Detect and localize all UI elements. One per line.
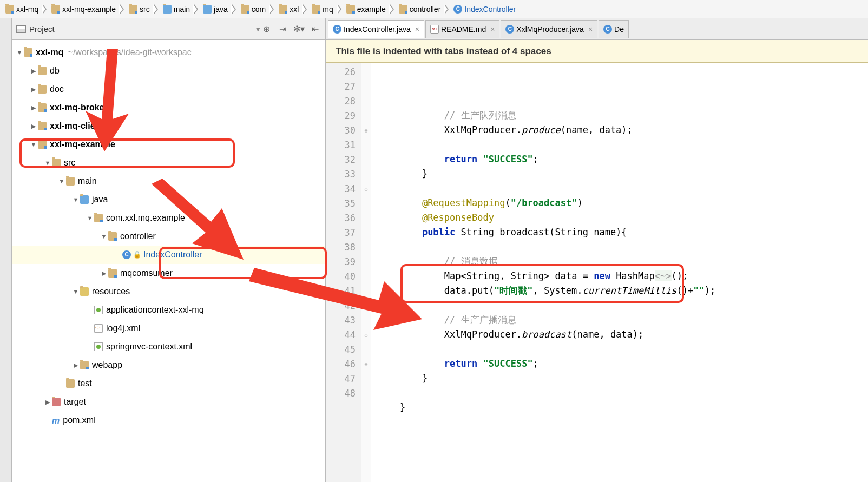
code-line[interactable]: @RequestMapping("/broadcast") — [378, 196, 868, 210]
line-number[interactable]: 38 — [326, 240, 361, 255]
chevron-right-icon[interactable] — [29, 104, 38, 111]
code-line[interactable]: data.put("时间戳", System.currentTimeMillis… — [378, 283, 868, 298]
chevron-down-icon[interactable] — [43, 160, 52, 166]
locate-icon[interactable]: ⊕ — [260, 23, 272, 35]
editor-tab[interactable]: CXxlMqProducer.java× — [501, 20, 597, 38]
tool-window-gutter[interactable] — [0, 18, 12, 482]
tree-row[interactable]: xxl-mq~/workspaces/idea-git-workspac — [12, 43, 325, 62]
chevron-down-icon[interactable] — [15, 49, 24, 56]
fold-marker[interactable] — [361, 226, 371, 240]
chevron-down-icon[interactable] — [71, 288, 80, 295]
line-number[interactable]: 30 — [326, 123, 361, 138]
tree-row[interactable]: doc — [12, 80, 325, 98]
editor-tab[interactable]: CIndexController.java× — [328, 20, 424, 38]
breadcrumb-item[interactable]: controller — [396, 5, 444, 14]
line-number[interactable]: 47 — [326, 372, 361, 386]
chevron-right-icon[interactable] — [29, 86, 38, 93]
code-line[interactable]: XxlMqProducer.broadcast(name, data); — [378, 327, 868, 342]
code-line[interactable]: } — [378, 400, 868, 415]
code-line[interactable]: public String broadcast(String name){ — [378, 225, 868, 240]
code-line[interactable]: // 生产广播消息 — [378, 313, 868, 327]
fold-gutter[interactable]: ⊖⊖⊖⊖ — [361, 63, 371, 482]
code-line[interactable] — [378, 415, 868, 430]
line-number[interactable]: 26 — [326, 65, 361, 80]
breadcrumb-bar[interactable]: xxl-mqxxl-mq-examplesrcmainjavacomxxlmqe… — [0, 0, 868, 18]
chevron-right-icon[interactable] — [43, 399, 52, 406]
fold-marker[interactable] — [361, 240, 371, 255]
code-editor[interactable]: 2627282930313233343536373839404142434445… — [326, 63, 868, 482]
tree-row[interactable]: log4j.xml — [12, 319, 325, 338]
chevron-down-icon[interactable] — [29, 141, 38, 148]
line-number[interactable]: 43 — [326, 313, 361, 328]
fold-marker[interactable] — [361, 138, 371, 153]
hide-icon[interactable]: ⇤ — [309, 23, 321, 35]
chevron-down-icon[interactable] — [57, 178, 66, 184]
fold-marker[interactable] — [361, 109, 371, 123]
line-number[interactable]: 40 — [326, 269, 361, 284]
code-line[interactable]: @ResponseBody — [378, 210, 868, 225]
chevron-down-icon[interactable] — [86, 215, 94, 221]
tree-row[interactable]: target — [12, 393, 325, 411]
code-line[interactable]: Map<String, String> data = new HashMap<~… — [378, 269, 868, 283]
tree-row[interactable]: src — [12, 154, 325, 172]
fold-marker[interactable] — [361, 284, 371, 299]
fold-marker[interactable] — [361, 80, 371, 94]
fold-marker[interactable] — [361, 211, 371, 226]
tree-row[interactable]: C🔓IndexController — [12, 246, 325, 264]
fold-marker[interactable]: ⊖ — [361, 328, 371, 342]
fold-marker[interactable]: ⊖ — [361, 123, 371, 138]
fold-marker[interactable] — [361, 167, 371, 182]
line-number[interactable]: 28 — [326, 94, 361, 109]
dropdown-arrow-icon[interactable]: ▾ — [256, 24, 260, 34]
fold-marker[interactable] — [361, 372, 371, 386]
fold-marker[interactable] — [361, 196, 371, 211]
gear-icon[interactable]: ✻▾ — [293, 23, 305, 35]
editor-tab[interactable]: CDe — [599, 20, 629, 38]
line-number[interactable]: 29 — [326, 109, 361, 123]
tree-row[interactable]: webapp — [12, 356, 325, 374]
tree-row[interactable]: xxl-mq-broker — [12, 98, 325, 117]
fold-marker[interactable] — [361, 299, 371, 313]
code-line[interactable] — [378, 342, 868, 356]
line-number[interactable]: 37 — [326, 226, 361, 240]
code-line[interactable]: return "SUCCESS"; — [378, 152, 868, 167]
breadcrumb-item[interactable]: com — [238, 5, 269, 14]
fold-marker[interactable] — [361, 65, 371, 80]
tree-row[interactable]: xxl-mq-client — [12, 117, 325, 135]
line-number[interactable]: 44 — [326, 328, 361, 342]
fold-marker[interactable] — [361, 94, 371, 109]
chevron-down-icon[interactable] — [71, 196, 80, 203]
code-line[interactable] — [378, 386, 868, 400]
close-icon[interactable]: × — [490, 25, 495, 34]
chevron-right-icon[interactable] — [29, 68, 38, 75]
editor-tab[interactable]: M↓README.md× — [425, 20, 499, 38]
tree-row[interactable]: java — [12, 190, 325, 209]
breadcrumb-item[interactable]: example — [343, 5, 389, 14]
line-number[interactable]: 42 — [326, 299, 361, 313]
line-number[interactable]: 33 — [326, 167, 361, 182]
fold-marker[interactable] — [361, 342, 371, 357]
line-number[interactable]: 31 — [326, 138, 361, 153]
code-line[interactable]: } — [378, 167, 868, 181]
breadcrumb-item[interactable]: CIndexController — [450, 5, 519, 14]
code-line[interactable] — [378, 430, 868, 444]
line-number[interactable]: 35 — [326, 196, 361, 211]
tree-row[interactable]: mpom.xml — [12, 411, 325, 430]
breadcrumb-item[interactable]: xxl — [275, 5, 302, 14]
breadcrumb-item[interactable]: java — [200, 5, 231, 14]
line-number[interactable]: 27 — [326, 80, 361, 94]
fold-marker[interactable]: ⊖ — [361, 357, 371, 372]
fold-marker[interactable] — [361, 313, 371, 328]
project-panel-title[interactable]: Project ▾ — [16, 24, 260, 34]
chevron-right-icon[interactable] — [71, 362, 80, 369]
code-line[interactable]: return "SUCCESS"; — [378, 356, 868, 371]
tree-row[interactable]: db — [12, 62, 325, 80]
collapse-icon[interactable]: ⇥ — [277, 23, 288, 35]
breadcrumb-item[interactable]: xxl-mq-example — [48, 5, 119, 14]
code-line[interactable]: // 生产队列消息 — [378, 108, 868, 123]
fold-marker[interactable] — [361, 153, 371, 167]
close-icon[interactable]: × — [415, 25, 419, 34]
code-line[interactable] — [378, 240, 868, 254]
tree-row[interactable]: com.xxl.mq.example — [12, 209, 325, 227]
code-line[interactable]: // 消息数据 — [378, 254, 868, 269]
